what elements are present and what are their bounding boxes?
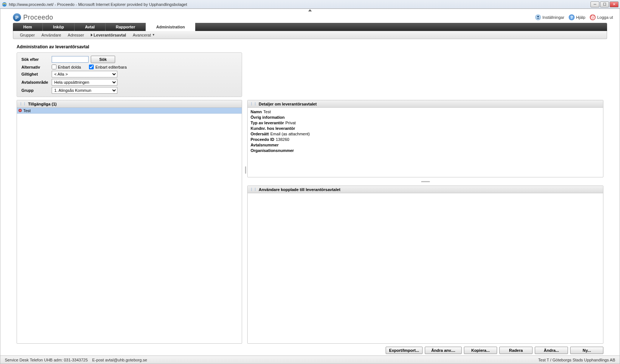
linked-users-panel: ⋮⋮ Användare kopplade till leverantörsav… (247, 186, 603, 344)
sub-grupper[interactable]: Grupper (20, 33, 35, 37)
only-hidden-label: Enbart dolda (58, 65, 81, 69)
detail-other-key: Övrig information (251, 115, 285, 120)
validity-select[interactable]: < Alla > (52, 71, 117, 77)
sub-leverantorsavtal[interactable]: Leverantörsavtal (91, 33, 126, 37)
area-select[interactable]: Hela uppsättningen (52, 79, 117, 86)
detail-custno-key: Kundnr. hos leverantör (251, 126, 295, 131)
detail-order-key: Ordersätt (251, 131, 269, 137)
main-tabs: Hem Inköp Avtal Rapporter Administration (13, 23, 607, 31)
available-title: Tillgängliga (1) (28, 102, 56, 106)
drag-dots-icon: ⋮⋮ (19, 102, 27, 106)
available-panel-header: ⋮⋮ Tillgängliga (1) (17, 100, 242, 108)
tab-avtal[interactable]: Avtal (75, 23, 106, 31)
tab-rapporter[interactable]: Rapporter (106, 23, 146, 31)
chevron-right-icon (91, 34, 93, 37)
sub-nav: Grupper Användare Adresser Leverantörsav… (13, 31, 607, 39)
detail-order-val: Email (as attachment) (271, 131, 310, 137)
copy-button[interactable]: Kopiera... (464, 347, 497, 354)
details-panel: ⋮⋮ Detaljer om leverantörsavtalet NamnTe… (247, 100, 603, 177)
list-item[interactable]: Test (17, 108, 242, 114)
chevron-up-icon (308, 9, 312, 11)
sub-anvandare[interactable]: Användare (41, 33, 61, 37)
status-bar: Service Desk Telefon UHB adm: 031-334372… (0, 356, 620, 364)
detail-pid-val: 138260 (276, 137, 289, 142)
tab-inkop[interactable]: Inköp (43, 23, 75, 31)
chevron-down-icon: ▼ (152, 33, 155, 37)
tab-administration[interactable]: Administration (146, 23, 195, 31)
logo-badge-icon: P (13, 13, 21, 21)
logout-icon: ⏻ (590, 14, 596, 20)
detail-pid-key: Proceedo ID (251, 137, 274, 142)
tab-hem[interactable]: Hem (13, 23, 43, 31)
help-label: Hjälp (576, 15, 585, 20)
ie-icon (1, 1, 7, 7)
drag-dots-icon: ⋮⋮ (250, 102, 257, 106)
group-select[interactable]: 1. Alingsås Kommun (52, 87, 117, 94)
only-editable-label: Enbart editerbara (95, 65, 127, 69)
alternatives-label: Alternativ (21, 65, 52, 69)
vertical-splitter[interactable] (244, 166, 247, 174)
window-minimize-button[interactable]: ─ (590, 1, 599, 7)
detail-type-key: Typ av leverantör (251, 120, 284, 126)
logout-label: Logga ut (597, 15, 613, 20)
status-phone: Service Desk Telefon UHB adm: 031-334372… (5, 358, 88, 362)
export-import-button[interactable]: Export/Import... (386, 347, 423, 354)
available-panel: ⋮⋮ Tillgängliga (1) Test (17, 100, 242, 344)
detail-type-val: Privat (285, 120, 296, 126)
sub-adresser[interactable]: Adresser (68, 33, 84, 37)
search-button[interactable]: Sök (91, 56, 115, 63)
details-panel-header: ⋮⋮ Detaljer om leverantörsavtalet (248, 100, 603, 108)
only-hidden-checkbox[interactable] (52, 65, 56, 69)
group-label: Grupp (21, 88, 52, 93)
area-label: Avtalsområde (21, 80, 52, 84)
new-button[interactable]: Ny... (570, 347, 603, 354)
logo-text: Proceedo (23, 14, 53, 21)
only-editable-checkbox[interactable] (89, 65, 94, 69)
detail-name-val: Test (264, 109, 271, 115)
window-maximize-button[interactable]: ☐ (600, 1, 609, 7)
edit-button[interactable]: Ändra... (535, 347, 568, 354)
app-logo: P Proceedo (13, 13, 53, 21)
status-dot-icon (18, 109, 22, 112)
help-icon: ? (569, 14, 575, 20)
page-title: Administration av leverantörsavtal (17, 44, 603, 49)
collapse-handle[interactable] (0, 9, 620, 12)
horizontal-splitter[interactable] (247, 180, 603, 183)
settings-label: Inställningar (542, 15, 564, 20)
search-input[interactable] (52, 56, 89, 63)
window-close-button[interactable]: ✕ (610, 1, 619, 7)
logout-link[interactable]: ⏻ Logga ut (590, 14, 613, 20)
filter-panel: Sök efter Sök Alternativ Enbart dolda En… (17, 52, 242, 97)
details-title: Detaljer om leverantörsavtalet (259, 102, 317, 106)
settings-link[interactable]: Inställningar (535, 14, 564, 20)
detail-name-key: Namn (251, 109, 262, 115)
detail-agr-key: Avtalsnummer (251, 142, 279, 148)
linked-users-panel-header: ⋮⋮ Användare kopplade till leverantörsav… (248, 186, 603, 193)
search-label: Sök efter (21, 57, 52, 62)
browser-title: http://www.proceedo.net/ - Proceedo - Mi… (9, 2, 590, 7)
settings-icon (535, 14, 541, 20)
delete-button[interactable]: Radera (499, 347, 533, 354)
status-email: E-post avtal@uhb.goteborg.se (92, 358, 147, 362)
sub-avancerat[interactable]: Avancerat ▼ (133, 33, 155, 37)
validity-label: Giltighet (21, 72, 52, 76)
detail-org-key: Organisationsnummer (251, 148, 294, 153)
help-link[interactable]: ? Hjälp (569, 14, 585, 20)
status-user-org: Test T / Göteborgs Stads Upphandlings AB (538, 358, 615, 362)
linked-users-title: Användare kopplade till leverantörsavtal… (259, 187, 340, 192)
change-users-button[interactable]: Ändra anv.... (425, 347, 462, 354)
svg-point-1 (537, 16, 539, 17)
drag-dots-icon: ⋮⋮ (250, 188, 257, 191)
browser-title-bar: http://www.proceedo.net/ - Proceedo - Mi… (0, 0, 620, 9)
list-item-name: Test (23, 108, 31, 113)
